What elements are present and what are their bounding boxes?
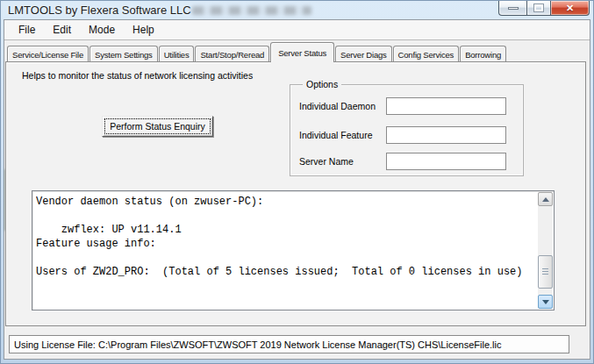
individual-feature-row: Individual Feature: [299, 126, 509, 144]
close-icon: ✕: [566, 4, 574, 13]
status-output-box[interactable]: Vendor daemon status (on zwuser-PC): zwf…: [32, 190, 555, 310]
minimize-icon: [508, 7, 519, 10]
scrollbar-grip-icon: [542, 268, 548, 275]
individual-daemon-row: Individual Daemon: [299, 97, 509, 115]
menu-bar: File Edit Mode Help: [4, 20, 590, 40]
scroll-up-icon: [542, 197, 549, 202]
page-description: Helps to monitor the status of network l…: [22, 70, 253, 81]
options-group: Options Individual Daemon Individual Fea…: [290, 84, 524, 176]
tab-borrowing[interactable]: Borrowing: [460, 46, 506, 62]
title-bar[interactable]: LMTOOLS by Flexera Software LLC ✕: [1, 1, 593, 19]
maximize-button[interactable]: [526, 1, 550, 16]
tab-server-diags[interactable]: Server Diags: [335, 46, 392, 62]
individual-daemon-input[interactable]: [386, 97, 506, 115]
minimize-button[interactable]: [498, 1, 526, 16]
scroll-down-icon: [542, 300, 549, 304]
scrollbar-thumb[interactable]: [538, 255, 553, 289]
menu-file[interactable]: File: [10, 21, 44, 39]
menu-help[interactable]: Help: [124, 21, 163, 39]
tab-server-status[interactable]: Server Status: [270, 42, 334, 62]
perform-status-enquiry-button[interactable]: Perform Status Enquiry: [102, 116, 213, 137]
close-button[interactable]: ✕: [550, 1, 590, 16]
tab-utilities[interactable]: Utilities: [159, 46, 195, 62]
client-area: File Edit Mode Help Service/License File…: [4, 19, 590, 360]
options-group-title: Options: [303, 79, 341, 89]
server-name-input[interactable]: [386, 153, 506, 170]
window-title: LMTOOLS by Flexera Software LLC: [8, 4, 191, 17]
blurred-watermark: [192, 6, 311, 15]
scroll-down-button[interactable]: [538, 295, 553, 309]
status-bar: Using License File: C:\Program Files\ZWS…: [9, 335, 569, 353]
vertical-scrollbar[interactable]: [538, 192, 553, 309]
tab-system-settings[interactable]: System Settings: [89, 46, 158, 62]
menu-mode[interactable]: Mode: [80, 21, 124, 39]
status-output-text: Vendor daemon status (on zwuser-PC): zwf…: [36, 195, 536, 308]
individual-feature-input[interactable]: [386, 126, 506, 144]
tab-strip: Service/License File System Settings Uti…: [5, 41, 586, 62]
maximize-icon: [534, 4, 543, 11]
scroll-up-button[interactable]: [538, 192, 553, 206]
individual-daemon-label: Individual Daemon: [299, 101, 376, 111]
caption-buttons: ✕: [498, 1, 590, 16]
lmtools-window: LMTOOLS by Flexera Software LLC ✕ File E…: [0, 0, 594, 364]
server-name-row: Server Name: [299, 153, 509, 170]
tab-service-license-file[interactable]: Service/License File: [7, 46, 89, 62]
license-file-status: Using License File: C:\Program Files\ZWS…: [14, 339, 501, 350]
server-status-page: Helps to monitor the status of network l…: [5, 61, 586, 326]
individual-feature-label: Individual Feature: [299, 130, 372, 140]
tab-start-stop-reread[interactable]: Start/Stop/Reread: [195, 46, 269, 62]
server-name-label: Server Name: [299, 156, 354, 167]
tab-config-services[interactable]: Config Services: [393, 46, 460, 62]
menu-edit[interactable]: Edit: [44, 21, 80, 39]
